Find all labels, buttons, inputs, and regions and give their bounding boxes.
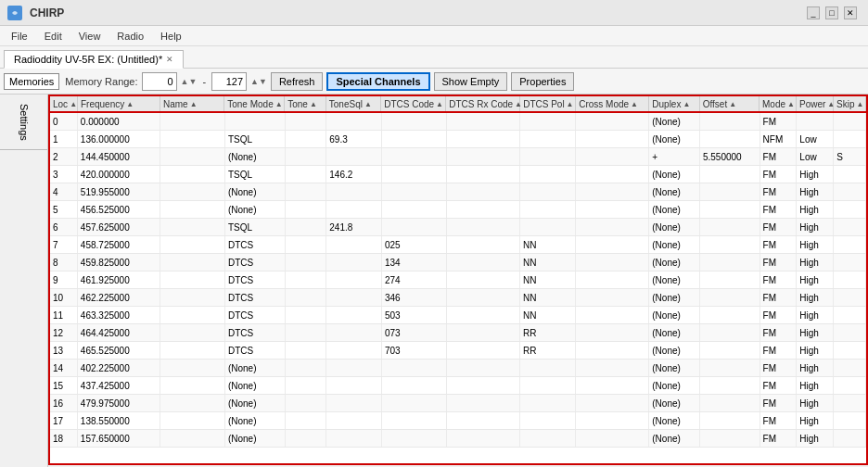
table-row[interactable]: 11 463.325000 DTCS 503 NN (None) FM High <box>50 307 866 324</box>
cell-freq: 458.725000 <box>78 236 160 253</box>
table-row[interactable]: 10 462.225000 DTCS 346 NN (None) FM High <box>50 289 866 307</box>
main-tab[interactable]: Radioddity UV-5R EX: (Untitled)* ✕ <box>4 50 184 69</box>
memory-range-label: Memory Range: <box>65 76 137 87</box>
cell-dtcs: 703 <box>382 342 447 359</box>
tab-close-icon[interactable]: ✕ <box>166 55 173 64</box>
cell-dtcs <box>382 148 447 165</box>
cell-tonesql <box>326 289 382 306</box>
col-duplex[interactable]: Duplex ▲ <box>649 96 699 111</box>
cell-dtcsrx <box>447 166 521 183</box>
sort-arrow-offset: ▲ <box>729 100 736 108</box>
table-row[interactable]: 12 464.425000 DTCS 073 RR (None) FM High <box>50 324 866 342</box>
cell-duplex: (None) <box>649 342 700 359</box>
cell-duplex: (None) <box>649 183 700 200</box>
minimize-button[interactable]: _ <box>807 6 820 19</box>
cell-tonemode: (None) <box>225 201 286 218</box>
special-channels-button[interactable]: Special Channels <box>326 72 429 91</box>
cell-tonemode: (None) <box>225 395 286 411</box>
cell-mode: FM <box>760 324 798 341</box>
memories-label[interactable]: Memories <box>4 73 59 90</box>
menu-view[interactable]: View <box>71 29 108 44</box>
cell-tonesql <box>326 342 382 359</box>
col-mode[interactable]: Mode ▲ <box>760 96 797 111</box>
table-row[interactable]: 17 138.550000 (None) (None) FM High <box>50 412 866 430</box>
cell-freq: 465.525000 <box>78 342 160 359</box>
cell-crossmode <box>576 148 650 165</box>
col-dtcsrx[interactable]: DTCS Rx Code ▲ <box>446 96 520 111</box>
cell-loc: 10 <box>50 289 78 306</box>
tab-bar: Radioddity UV-5R EX: (Untitled)* ✕ <box>0 46 868 69</box>
cell-freq: 461.925000 <box>78 271 160 288</box>
cell-duplex: (None) <box>649 219 700 235</box>
cell-offset <box>700 412 760 429</box>
col-tone[interactable]: Tone ▲ <box>285 96 326 111</box>
cell-tonemode: DTCS <box>225 271 286 288</box>
cell-skip <box>834 324 866 341</box>
col-skip[interactable]: Skip ▲ <box>834 96 866 111</box>
menu-file[interactable]: File <box>4 29 35 44</box>
cell-tone <box>286 166 327 183</box>
table-row[interactable]: 15 437.425000 (None) (None) FM High <box>50 377 866 395</box>
settings-tab[interactable]: Settings <box>0 95 47 150</box>
range-start-input[interactable] <box>142 72 177 91</box>
show-empty-button[interactable]: Show Empty <box>434 72 508 91</box>
cell-dtcsrx <box>447 430 521 447</box>
cell-power <box>797 113 834 130</box>
table-row[interactable]: 8 459.825000 DTCS 134 NN (None) FM High <box>50 254 866 271</box>
col-freq[interactable]: Frequency ▲ <box>78 96 160 111</box>
col-loc[interactable]: Loc ▲ <box>50 96 78 111</box>
table-row[interactable]: 7 458.725000 DTCS 025 NN (None) FM High <box>50 236 866 254</box>
sort-arrow-freq: ▲ <box>126 100 134 108</box>
menu-edit[interactable]: Edit <box>37 29 70 44</box>
cell-tonesql: 146.2 <box>326 166 382 183</box>
table-row[interactable]: 9 461.925000 DTCS 274 NN (None) FM High <box>50 271 866 289</box>
cell-loc: 14 <box>50 360 78 376</box>
cell-duplex: (None) <box>649 131 700 147</box>
col-tonesql[interactable]: ToneSql ▲ <box>326 96 381 111</box>
col-crossmode[interactable]: Cross Mode ▲ <box>576 96 649 111</box>
cell-mode: FM <box>760 183 798 200</box>
table-row[interactable]: 1 136.000000 TSQL 69.3 (None) NFM Low <box>50 131 866 148</box>
cell-power: High <box>797 377 834 394</box>
properties-button[interactable]: Properties <box>511 72 574 91</box>
cell-dtcspol <box>520 201 576 218</box>
cell-tonesql <box>326 395 382 411</box>
col-offset[interactable]: Offset ▲ <box>700 96 760 111</box>
table-row[interactable]: 18 157.650000 (None) (None) FM High <box>50 430 866 448</box>
cell-offset <box>700 131 760 147</box>
table-row[interactable]: 14 402.225000 (None) (None) FM High <box>50 360 866 377</box>
cell-skip <box>834 289 866 306</box>
col-dtcs[interactable]: DTCS Code ▲ <box>381 96 446 111</box>
close-button[interactable]: ✕ <box>844 6 857 19</box>
table-row[interactable]: 6 457.625000 TSQL 241.8 (None) FM High <box>50 219 866 236</box>
cell-dtcspol: NN <box>520 254 576 271</box>
cell-mode: NFM <box>760 131 798 147</box>
cell-freq: 157.650000 <box>78 430 160 447</box>
table-row[interactable]: 0 0.000000 (None) FM <box>50 113 866 131</box>
cell-dtcspol: RR <box>520 342 576 359</box>
cell-power: High <box>797 254 834 271</box>
cell-dtcs <box>382 377 447 394</box>
range-end-input[interactable] <box>211 72 247 91</box>
refresh-button[interactable]: Refresh <box>271 72 324 91</box>
table-row[interactable]: 16 479.975000 (None) (None) FM High <box>50 395 866 412</box>
sort-arrow-tonesql: ▲ <box>364 100 372 108</box>
col-power[interactable]: Power ▲ <box>797 96 834 111</box>
menu-help[interactable]: Help <box>153 29 189 44</box>
table-row[interactable]: 2 144.450000 (None) + 5.550000 FM Low S <box>50 148 866 166</box>
table-row[interactable]: 5 456.525000 (None) (None) FM High <box>50 201 866 219</box>
menu-radio[interactable]: Radio <box>109 29 151 44</box>
cell-name <box>160 412 225 429</box>
col-dtcspol[interactable]: DTCS Pol ▲ <box>520 96 576 111</box>
col-name[interactable]: Name ▲ <box>160 96 224 111</box>
table-row[interactable]: 13 465.525000 DTCS 703 RR (None) FM High <box>50 342 866 360</box>
cell-dtcsrx <box>447 307 521 323</box>
cell-skip <box>834 395 866 411</box>
table-row[interactable]: 4 519.955000 (None) (None) FM High <box>50 183 866 201</box>
cell-dtcspol: NN <box>520 289 576 306</box>
col-tonemode[interactable]: Tone Mode ▲ <box>224 96 285 111</box>
cell-dtcs: 346 <box>382 289 447 306</box>
table-row[interactable]: 3 420.000000 TSQL 146.2 (None) FM High <box>50 166 866 183</box>
cell-dtcsrx <box>447 289 521 306</box>
maximize-button[interactable]: □ <box>825 6 838 19</box>
